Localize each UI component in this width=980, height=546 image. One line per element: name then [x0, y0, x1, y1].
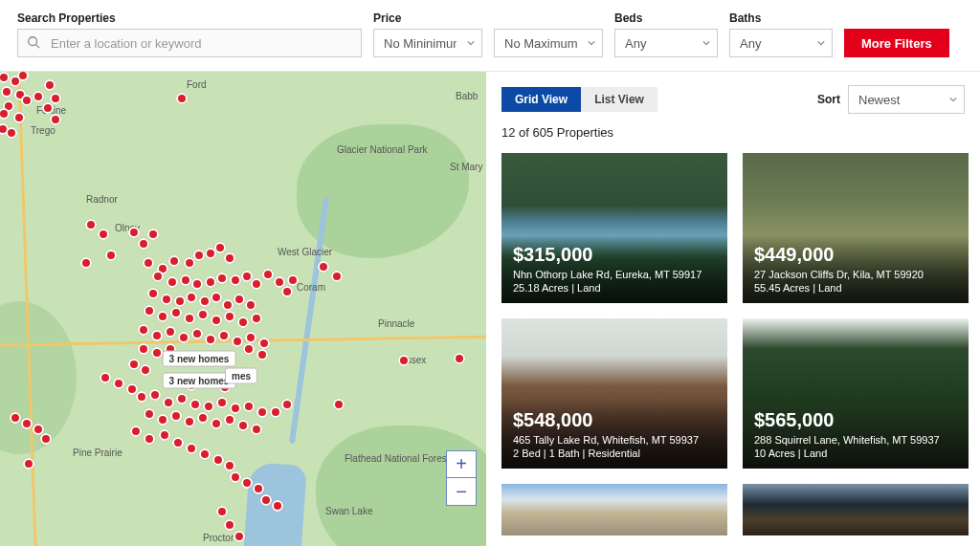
map-pin[interactable] — [40, 433, 52, 445]
map-pin[interactable] — [23, 458, 34, 470]
listing-card[interactable] — [501, 484, 727, 535]
map-pin[interactable] — [21, 418, 33, 429]
map-pin[interactable] — [178, 332, 189, 343]
map-pin[interactable] — [184, 416, 195, 427]
map-pin[interactable] — [197, 412, 209, 424]
map-pin[interactable] — [151, 347, 163, 359]
map-pin[interactable] — [258, 338, 270, 349]
map-pin[interactable] — [180, 274, 191, 286]
map-pin[interactable] — [212, 454, 224, 466]
map-pin[interactable] — [203, 401, 214, 412]
map-pin[interactable] — [10, 412, 21, 424]
map-pin[interactable] — [128, 359, 140, 370]
map-pin[interactable] — [224, 252, 235, 264]
list-view-button[interactable]: List View — [581, 87, 657, 112]
map-pin[interactable] — [42, 102, 54, 114]
map-pin[interactable] — [216, 506, 228, 517]
map-pin[interactable] — [140, 364, 151, 376]
map-pin[interactable] — [232, 336, 243, 347]
price-max-select[interactable]: No Maximum — [494, 29, 603, 57]
map-pin[interactable] — [138, 343, 149, 355]
map-pin[interactable] — [333, 399, 345, 410]
map-pin[interactable] — [144, 305, 155, 317]
map-pin[interactable] — [138, 238, 149, 250]
map-pin[interactable] — [33, 91, 44, 102]
map-pin[interactable] — [253, 483, 264, 494]
map-pin[interactable] — [281, 399, 293, 410]
map-pin[interactable] — [222, 299, 234, 311]
sort-select[interactable]: Newest — [848, 85, 965, 114]
map-pin[interactable] — [159, 429, 170, 441]
listing-card[interactable]: $565,000 288 Squirrel Lane, Whitefish, M… — [743, 318, 969, 469]
map-pin[interactable] — [205, 334, 216, 345]
map-pin[interactable] — [6, 127, 17, 139]
map-pin[interactable] — [100, 372, 111, 383]
map-pin[interactable] — [214, 242, 226, 253]
map-pin[interactable] — [149, 389, 161, 401]
map-pin[interactable] — [281, 286, 293, 297]
map-pin[interactable] — [85, 219, 97, 230]
map-pin[interactable] — [199, 295, 211, 307]
map-pin[interactable] — [50, 114, 61, 125]
map-pin[interactable] — [211, 315, 222, 326]
map-pin[interactable] — [105, 250, 117, 261]
map-pin[interactable] — [147, 229, 159, 240]
map-pin[interactable] — [184, 313, 195, 324]
listing-card[interactable] — [743, 484, 969, 535]
map-pin[interactable] — [186, 292, 197, 303]
map-pin[interactable] — [1, 86, 12, 98]
map-pin[interactable] — [224, 519, 235, 531]
map-pin[interactable] — [130, 426, 142, 437]
map-pin[interactable] — [270, 406, 281, 418]
price-min-select[interactable]: No Mininimum — [373, 29, 482, 57]
baths-select[interactable]: Any — [729, 29, 833, 57]
map-pin[interactable] — [211, 418, 222, 429]
map-cluster-label[interactable]: 3 new homes — [163, 351, 236, 367]
map-pin[interactable] — [398, 355, 410, 366]
map-pin[interactable] — [216, 273, 228, 284]
map-pin[interactable] — [224, 311, 235, 322]
map-pin[interactable] — [454, 353, 465, 364]
map-pin[interactable] — [262, 269, 274, 280]
map-pin[interactable] — [13, 112, 25, 123]
map-pin[interactable] — [80, 257, 92, 269]
map-pin[interactable] — [237, 317, 249, 328]
map-pin[interactable] — [191, 278, 203, 290]
map-pin[interactable] — [243, 343, 255, 355]
map-pin[interactable] — [161, 294, 172, 305]
map-pin[interactable] — [272, 500, 283, 512]
search-input[interactable] — [17, 29, 362, 57]
map-pin[interactable] — [205, 276, 216, 288]
map-pin[interactable] — [167, 276, 178, 288]
map-pin[interactable] — [163, 397, 174, 408]
map-pin[interactable] — [251, 278, 262, 290]
map-pin[interactable] — [113, 378, 124, 389]
map-pin[interactable] — [191, 328, 203, 339]
grid-view-button[interactable]: Grid View — [501, 87, 581, 112]
map-pin[interactable] — [260, 494, 272, 506]
map-pin[interactable] — [224, 414, 235, 426]
map-pin[interactable] — [170, 410, 182, 422]
map-pin[interactable] — [168, 255, 180, 267]
map-pin[interactable] — [143, 257, 154, 269]
listing-card[interactable]: $449,000 27 Jackson Cliffs Dr, Kila, MT … — [743, 153, 969, 303]
map-pin[interactable] — [157, 414, 168, 426]
map-pin[interactable] — [287, 274, 299, 286]
map-pin[interactable] — [218, 330, 230, 341]
map-pin[interactable] — [186, 443, 197, 454]
map-pin[interactable] — [241, 477, 253, 489]
map-pin[interactable] — [211, 292, 222, 303]
map-pin[interactable] — [136, 391, 147, 403]
map-pin[interactable] — [152, 271, 164, 282]
map-pin[interactable] — [165, 326, 176, 338]
map-pin[interactable] — [193, 250, 205, 261]
map-pin[interactable] — [138, 324, 149, 336]
map-pin[interactable] — [256, 349, 268, 360]
map-pin[interactable] — [170, 307, 182, 318]
map-pin[interactable] — [224, 460, 235, 471]
map-pin[interactable] — [172, 437, 184, 448]
map-pin[interactable] — [144, 433, 155, 445]
map-pin[interactable] — [234, 294, 245, 305]
listing-card[interactable]: $548,000 465 Tally Lake Rd, Whitefish, M… — [501, 318, 727, 469]
map-pin[interactable] — [50, 93, 61, 104]
